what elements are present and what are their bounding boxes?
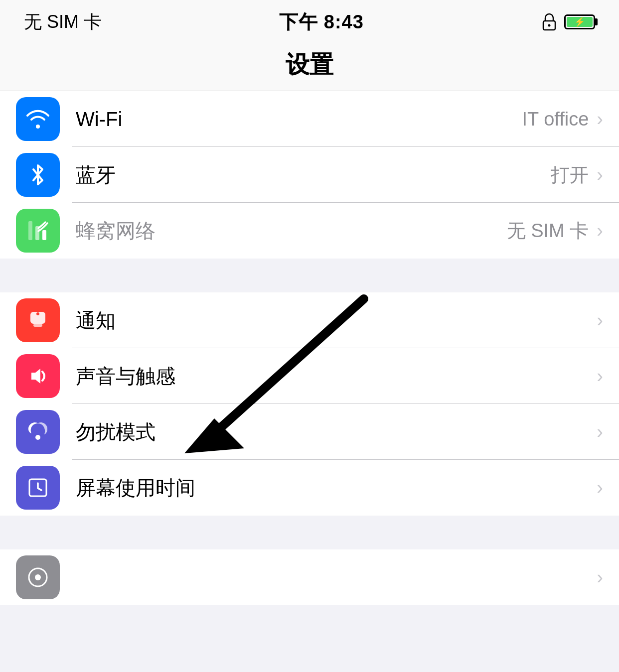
sound-label: 声音与触感	[76, 363, 597, 390]
bluetooth-chevron: ›	[597, 165, 603, 184]
svg-rect-7	[33, 324, 42, 327]
wifi-value: IT office	[522, 109, 589, 130]
lock-icon	[541, 13, 557, 31]
cellular-chevron: ›	[597, 221, 603, 240]
svg-rect-2	[28, 221, 32, 240]
screentime-icon	[24, 474, 51, 501]
notification-icon-bg	[16, 298, 60, 342]
general-icon	[24, 564, 51, 591]
time-label: 下午 8:43	[279, 9, 364, 35]
battery-icon: ⚡	[564, 14, 595, 29]
svg-point-13	[35, 574, 41, 580]
bluetooth-value: 打开	[551, 162, 589, 188]
wifi-icon-bg	[16, 97, 60, 141]
page-title: 设置	[286, 51, 333, 78]
bluetooth-row[interactable]: 蓝牙 打开 ›	[0, 147, 619, 203]
dnd-icon-bg	[16, 410, 60, 454]
bluetooth-icon	[24, 161, 51, 188]
general-icon-bg	[16, 555, 60, 599]
dnd-chevron: ›	[597, 422, 603, 441]
screentime-icon-bg	[16, 466, 60, 510]
svg-point-1	[548, 24, 550, 27]
group-gap-2	[0, 516, 619, 549]
sound-icon-bg	[16, 354, 60, 398]
sound-row[interactable]: 声音与触感 ›	[0, 348, 619, 404]
cellular-row[interactable]: 蜂窝网络 无 SIM 卡 ›	[0, 203, 619, 259]
general-chevron: ›	[597, 568, 603, 587]
dnd-row[interactable]: 勿扰模式 ›	[0, 404, 619, 460]
wifi-chevron: ›	[597, 110, 603, 129]
status-right-icons: ⚡	[541, 13, 595, 31]
notification-label: 通知	[76, 307, 597, 334]
dnd-label: 勿扰模式	[76, 418, 597, 446]
cellular-label: 蜂窝网络	[76, 217, 507, 245]
cellular-icon	[24, 217, 51, 244]
cellular-value: 无 SIM 卡	[507, 218, 589, 244]
system-settings-group: 通知 › 声音与触感 › 勿扰模式 ›	[0, 292, 619, 516]
bluetooth-icon-bg	[16, 153, 60, 197]
sound-icon	[24, 363, 51, 390]
group-gap-1	[0, 259, 619, 292]
wifi-icon	[24, 106, 51, 133]
wifi-row[interactable]: Wi-Fi IT office ›	[0, 91, 619, 147]
notification-row[interactable]: 通知 ›	[0, 292, 619, 348]
screentime-label: 屏幕使用时间	[76, 474, 597, 502]
general-row[interactable]: ›	[0, 549, 619, 605]
network-settings-group: Wi-Fi IT office › 蓝牙 打开 › 蜂窝网络 无 SIM 卡	[0, 91, 619, 259]
notification-icon	[24, 307, 51, 334]
screentime-row[interactable]: 屏幕使用时间 ›	[0, 460, 619, 516]
svg-rect-4	[42, 230, 46, 240]
svg-point-8	[36, 312, 39, 315]
wifi-label: Wi-Fi	[76, 108, 522, 131]
dnd-icon	[24, 418, 51, 445]
page-title-bar: 设置	[0, 44, 619, 91]
svg-point-10	[35, 435, 40, 440]
cellular-icon-bg	[16, 209, 60, 253]
no-sim-label: 无 SIM 卡	[24, 10, 102, 34]
screentime-chevron: ›	[597, 478, 603, 497]
svg-marker-9	[31, 369, 40, 384]
notification-chevron: ›	[597, 311, 603, 330]
sound-chevron: ›	[597, 367, 603, 386]
more-settings-group: ›	[0, 549, 619, 605]
bluetooth-label: 蓝牙	[76, 161, 551, 189]
status-bar: 无 SIM 卡 下午 8:43 ⚡	[0, 0, 619, 44]
